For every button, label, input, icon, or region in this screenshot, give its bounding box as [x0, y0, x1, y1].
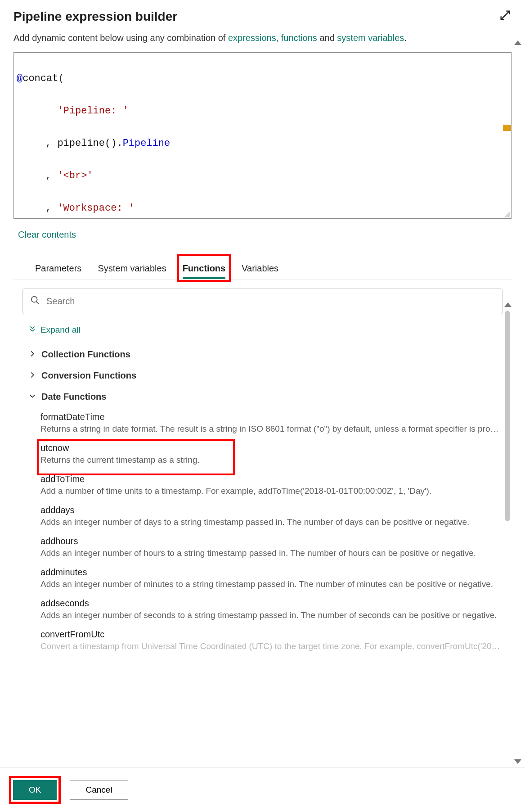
search-icon	[30, 295, 40, 307]
editor-str-pipeline: 'Pipeline: '	[57, 105, 128, 117]
functions-link[interactable]: functions	[281, 33, 317, 43]
fn-addseconds[interactable]: addseconds Adds an integer number of sec…	[22, 594, 503, 625]
category-date[interactable]: Date Functions	[22, 386, 503, 407]
tab-bar: Parameters System variables Functions Va…	[13, 258, 512, 280]
svg-point-0	[31, 297, 37, 302]
expand-panel-icon[interactable]	[499, 9, 512, 24]
fn-desc: Returns a string in date format. The res…	[40, 424, 503, 434]
fn-desc: Convert a timestamp from Universal Time …	[40, 641, 503, 651]
search-input[interactable]	[45, 296, 495, 307]
chevron-down-icon	[29, 392, 36, 402]
expression-editor[interactable]: @concat( 'Pipeline: ' , pipeline().Pipel…	[13, 52, 512, 219]
tab-variables[interactable]: Variables	[242, 258, 278, 279]
editor-fn-pipeline1: pipeline()	[57, 138, 117, 149]
fn-desc: Add a number of time units to a timestam…	[40, 486, 503, 496]
fn-name: addToTime	[40, 474, 503, 484]
category-collection[interactable]: Collection Functions	[22, 344, 503, 365]
subtitle-suffix: .	[404, 33, 407, 43]
fn-desc: Adds an integer number of days to a stri…	[40, 517, 503, 527]
expand-all-label: Expand all	[40, 325, 81, 335]
outer-scroll-up-icon[interactable]	[514, 41, 521, 45]
highlight-box-icon: OK	[9, 776, 61, 804]
chevron-right-icon	[29, 349, 36, 360]
subtitle-text: Add dynamic content below using any comb…	[13, 33, 512, 43]
outer-scroll-down-icon[interactable]	[514, 759, 521, 764]
category-conversion-label: Conversion Functions	[41, 370, 136, 381]
fn-name: adddays	[40, 505, 503, 515]
ok-button[interactable]: OK	[13, 780, 57, 800]
editor-fn-concat: concat	[22, 73, 58, 84]
system-variables-link[interactable]: system variables	[337, 33, 404, 43]
editor-str-br1: '<br>'	[57, 170, 93, 181]
clear-contents-link[interactable]: Clear contents	[18, 230, 76, 240]
fn-utcnow[interactable]: utcnow Returns the current timestamp as …	[22, 438, 503, 469]
editor-marker-icon	[503, 125, 511, 131]
search-input-wrapper[interactable]	[22, 289, 503, 314]
tab-parameters[interactable]: Parameters	[35, 258, 81, 279]
subtitle-prefix: Add dynamic content below using any comb…	[13, 33, 228, 43]
fn-name: formatDateTime	[40, 412, 503, 422]
editor-paren-open: (	[58, 73, 64, 84]
editor-resize-handle[interactable]	[504, 211, 510, 217]
fn-formatDateTime[interactable]: formatDateTime Returns a string in date …	[22, 407, 503, 438]
fn-adddays[interactable]: adddays Adds an integer number of days t…	[22, 501, 503, 532]
category-date-label: Date Functions	[41, 392, 106, 402]
fn-name: utcnow	[40, 443, 503, 453]
cancel-button[interactable]: Cancel	[70, 780, 128, 800]
editor-at: @	[17, 73, 22, 84]
tab-system-variables[interactable]: System variables	[98, 258, 166, 279]
fn-addminutes[interactable]: addminutes Adds an integer number of min…	[22, 563, 503, 594]
tab-functions[interactable]: Functions	[183, 258, 226, 279]
subtitle-mid: and	[319, 33, 337, 43]
page-title: Pipeline expression builder	[13, 9, 177, 24]
fn-name: addseconds	[40, 598, 503, 609]
category-collection-label: Collection Functions	[41, 349, 130, 360]
fn-desc: Adds an integer number of minutes to a s…	[40, 579, 503, 589]
fn-desc: Adds an integer number of seconds to a s…	[40, 610, 503, 620]
category-conversion[interactable]: Conversion Functions	[22, 365, 503, 386]
fn-desc: Adds an integer number of hours to a str…	[40, 548, 503, 558]
expressions-link[interactable]: expressions,	[228, 33, 278, 43]
editor-prop-pipeline: Pipeline	[123, 138, 171, 149]
expand-all-link[interactable]: Expand all	[22, 325, 503, 335]
fn-name: convertFromUtc	[40, 629, 503, 640]
fn-addToTime[interactable]: addToTime Add a number of time units to …	[22, 469, 503, 501]
svg-line-1	[36, 302, 39, 304]
fn-desc: Returns the current timestamp as a strin…	[40, 455, 503, 465]
chevron-right-icon	[29, 370, 36, 381]
fn-addhours[interactable]: addhours Adds an integer number of hours…	[22, 532, 503, 563]
footer-bar: OK Cancel	[0, 767, 525, 812]
expand-all-icon	[29, 325, 36, 335]
tab-functions-label: Functions	[183, 263, 226, 273]
editor-comma: ,	[45, 138, 57, 149]
fn-convertFromUtc[interactable]: convertFromUtc Convert a timestamp from …	[22, 625, 503, 656]
fn-name: addhours	[40, 536, 503, 546]
fn-name: addminutes	[40, 567, 503, 577]
editor-str-workspace: 'Workspace: '	[57, 203, 135, 214]
